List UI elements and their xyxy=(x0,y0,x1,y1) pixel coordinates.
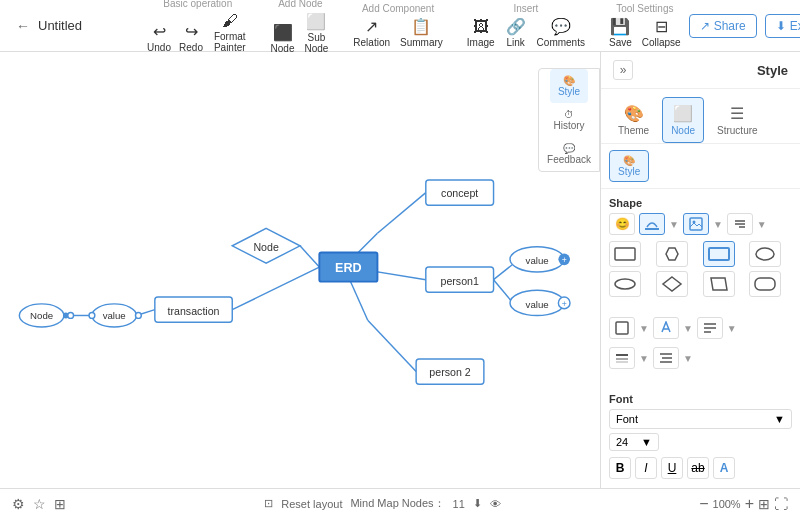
document-title: Untitled xyxy=(38,18,82,33)
svg-rect-53 xyxy=(616,322,628,334)
back-button[interactable]: ← xyxy=(16,18,30,34)
add-node-label: Add Node xyxy=(278,0,322,9)
color-fill-btn2[interactable] xyxy=(653,317,679,339)
download-icon[interactable]: ⬇ xyxy=(473,497,482,510)
align-dropdown-arrow[interactable]: ▼ xyxy=(727,323,737,334)
tool-settings-section: Tool Settings 💾 Save ⊟ Collapse xyxy=(605,1,685,50)
collapse-panel-button[interactable]: » xyxy=(613,60,633,80)
share-icon: ↗ xyxy=(700,19,710,33)
relation-icon: ↗ xyxy=(365,17,378,36)
svg-line-10 xyxy=(232,267,319,310)
indent-btn[interactable] xyxy=(653,347,679,369)
grid-icon[interactable]: ⊞ xyxy=(54,496,66,512)
collapse-button[interactable]: ⊟ Collapse xyxy=(638,15,685,50)
relation-button[interactable]: ↗ Relation xyxy=(349,15,394,50)
align-right-btn[interactable] xyxy=(727,213,753,235)
font-family-select[interactable]: Font ▼ xyxy=(609,409,792,429)
shape-hexagon[interactable] xyxy=(656,241,688,267)
save-button[interactable]: 💾 Save xyxy=(605,15,636,50)
fit-screen-button[interactable]: ⊞ xyxy=(758,496,770,512)
insert-section: Insert 🖼 Image 🔗 Link 💬 Comments xyxy=(463,1,589,50)
add-component-section: Add Component ↗ Relation 📋 Summary xyxy=(349,1,447,50)
svg-text:+: + xyxy=(562,255,567,265)
tab-structure[interactable]: ☰ Structure xyxy=(708,97,767,143)
svg-text:ERD: ERD xyxy=(335,261,362,275)
tab-node[interactable]: ⬜ Node xyxy=(662,97,704,143)
eye-icon[interactable]: 👁 xyxy=(490,498,501,510)
underline-button[interactable]: U xyxy=(661,457,683,479)
font-color-button[interactable]: A xyxy=(713,457,735,479)
node-button[interactable]: ⬛ Node xyxy=(268,21,298,56)
border-dropdown-arrow[interactable]: ▼ xyxy=(639,323,649,334)
shape-round-rect[interactable] xyxy=(749,271,781,297)
summary-button[interactable]: 📋 Summary xyxy=(396,15,447,50)
font-section-title: Font xyxy=(609,393,792,405)
bottom-left: ⚙ ☆ ⊞ xyxy=(12,496,66,512)
reset-layout-icon: ⊡ xyxy=(264,497,273,510)
node-count: 11 xyxy=(453,498,465,510)
border-weight-btn[interactable] xyxy=(609,347,635,369)
font-style-row: B I U ab A xyxy=(609,457,792,479)
svg-marker-51 xyxy=(711,278,727,290)
font-size-row: 24 ▼ xyxy=(609,433,792,451)
svg-rect-40 xyxy=(690,218,702,230)
image-fill-btn[interactable] xyxy=(683,213,709,235)
link-button[interactable]: 🔗 Link xyxy=(501,15,531,50)
svg-line-4 xyxy=(494,280,513,303)
lines-dropdown-arrow[interactable]: ▼ xyxy=(757,219,767,230)
comments-button[interactable]: 💬 Comments xyxy=(533,15,589,50)
image-button[interactable]: 🖼 Image xyxy=(463,16,499,50)
fullscreen-button[interactable]: ⛶ xyxy=(774,496,788,512)
strikethrough-button[interactable]: ab xyxy=(687,457,709,479)
shape-parallelogram[interactable] xyxy=(703,271,735,297)
panel-header: » Style xyxy=(601,52,800,89)
shape-ellipse[interactable] xyxy=(609,271,641,297)
share-button[interactable]: ↗ Share xyxy=(689,14,757,38)
font-section: Font Font ▼ 24 ▼ B I U ab A xyxy=(609,389,792,483)
tab-style[interactable]: 🎨 Style xyxy=(609,150,649,182)
text-align-btn[interactable] xyxy=(697,317,723,339)
image-icon: 🖼 xyxy=(473,18,489,36)
redo-button[interactable]: ↪ Redo xyxy=(176,20,206,55)
border-style-btn[interactable] xyxy=(609,317,635,339)
emoji-row: 😊 ▼ ▼ ▼ xyxy=(609,213,792,235)
shape-rect-active[interactable] xyxy=(703,241,735,267)
collapse-icon: ⊟ xyxy=(655,17,668,36)
image-dropdown-arrow[interactable]: ▼ xyxy=(713,219,723,230)
basic-operation-section: Basic operation ↩ Undo ↪ Redo 🖌 Format P… xyxy=(144,0,252,55)
reset-layout-label[interactable]: Reset layout xyxy=(281,498,342,510)
format-painter-button[interactable]: 🖌 Format Painter xyxy=(208,10,252,55)
font-size-select[interactable]: 24 ▼ xyxy=(609,433,659,451)
settings-icon[interactable]: ⚙ xyxy=(12,496,25,512)
border-weight-dropdown[interactable]: ▼ xyxy=(639,353,649,364)
second-icon-row: ▼ ▼ ▼ xyxy=(609,317,792,339)
svg-line-1 xyxy=(377,193,425,234)
zoom-out-button[interactable]: − xyxy=(699,495,708,513)
sub-node-button[interactable]: ⬜ Sub Node xyxy=(300,10,334,56)
diagram-canvas[interactable]: ERD concept person1 value + value + pers… xyxy=(0,52,600,488)
shape-diamond[interactable] xyxy=(656,271,688,297)
tab-theme[interactable]: 🎨 Theme xyxy=(609,97,658,143)
star-icon[interactable]: ☆ xyxy=(33,496,46,512)
svg-text:person 2: person 2 xyxy=(429,366,470,378)
comments-icon: 💬 xyxy=(551,17,571,36)
fill-color-btn[interactable] xyxy=(639,213,665,235)
export-button[interactable]: ⬇ Export xyxy=(765,14,800,38)
shape-section-title: Shape xyxy=(609,197,792,209)
color-dropdown-arrow[interactable]: ▼ xyxy=(669,219,679,230)
zoom-level: 100% xyxy=(713,498,741,510)
shape-rect[interactable] xyxy=(609,241,641,267)
main-area: ERD concept person1 value + value + pers… xyxy=(0,52,800,488)
undo-icon: ↩ xyxy=(153,22,166,41)
smiley-icon-btn[interactable]: 😊 xyxy=(609,213,635,235)
svg-marker-50 xyxy=(663,277,681,291)
color-dropdown-arrow2[interactable]: ▼ xyxy=(683,323,693,334)
italic-button[interactable]: I xyxy=(635,457,657,479)
shape-circle[interactable] xyxy=(749,241,781,267)
basic-operation-label: Basic operation xyxy=(163,0,232,9)
undo-button[interactable]: ↩ Undo xyxy=(144,20,174,55)
bold-button[interactable]: B xyxy=(609,457,631,479)
svg-line-6 xyxy=(368,320,416,371)
zoom-in-button[interactable]: + xyxy=(745,495,754,513)
indent-dropdown[interactable]: ▼ xyxy=(683,353,693,364)
